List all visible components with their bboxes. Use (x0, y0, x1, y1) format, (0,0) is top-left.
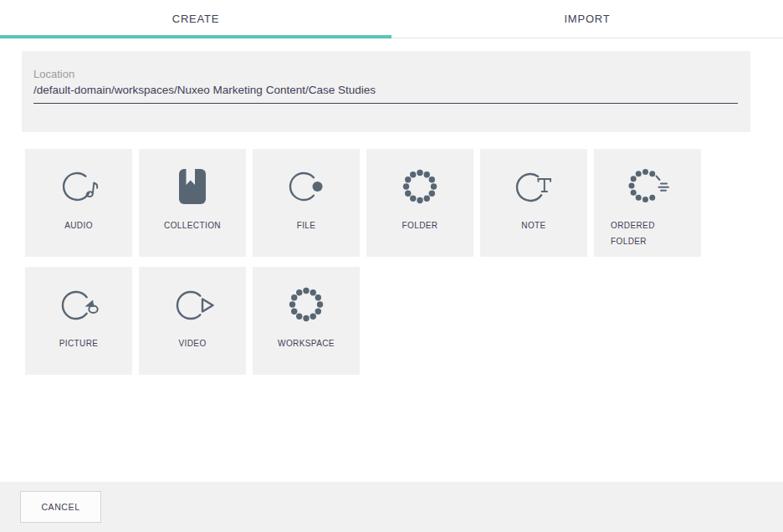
tile-label: PICTURE (59, 335, 99, 351)
tile-workspace[interactable]: WORKSPACE (253, 267, 360, 375)
tile-collection[interactable]: COLLECTION (139, 149, 246, 257)
tab-create[interactable]: CREATE (0, 0, 392, 38)
tab-import-label: IMPORT (564, 13, 610, 25)
tile-label: FILE (297, 217, 316, 233)
tab-bar: CREATE IMPORT (0, 0, 783, 38)
workspace-icon (283, 281, 330, 328)
tab-import[interactable]: IMPORT (392, 0, 783, 38)
file-icon (283, 163, 330, 210)
footer-bar: CANCEL (0, 482, 783, 532)
location-panel: Location (22, 51, 750, 132)
doctype-grid: AUDIO COLLECTION FILE (25, 149, 701, 375)
location-label: Location (33, 68, 738, 81)
picture-icon (55, 281, 102, 328)
tile-label: FOLDER (402, 217, 438, 233)
tile-audio[interactable]: AUDIO (25, 149, 132, 257)
tile-ordered-folder[interactable]: ORDERED FOLDER (594, 149, 701, 257)
tile-label: COLLECTION (164, 217, 221, 233)
ordered-folder-icon (624, 163, 671, 210)
tile-label: AUDIO (64, 217, 93, 233)
tile-label: ORDERED FOLDER (611, 217, 669, 249)
folder-icon (397, 163, 443, 210)
note-icon (510, 163, 557, 210)
tile-folder[interactable]: FOLDER (366, 149, 473, 257)
tile-note[interactable]: NOTE (480, 149, 587, 257)
tab-create-label: CREATE (172, 13, 220, 25)
location-input[interactable] (33, 84, 738, 104)
cancel-button[interactable]: CANCEL (20, 491, 101, 523)
tile-file[interactable]: FILE (253, 149, 360, 257)
tile-video[interactable]: VIDEO (139, 267, 246, 375)
tile-picture[interactable]: PICTURE (25, 267, 132, 375)
tile-label: WORKSPACE (278, 335, 335, 351)
collection-icon (169, 163, 216, 210)
audio-icon (55, 163, 102, 210)
tile-label: VIDEO (178, 335, 206, 351)
tile-label: NOTE (521, 217, 545, 233)
video-icon (169, 281, 216, 328)
